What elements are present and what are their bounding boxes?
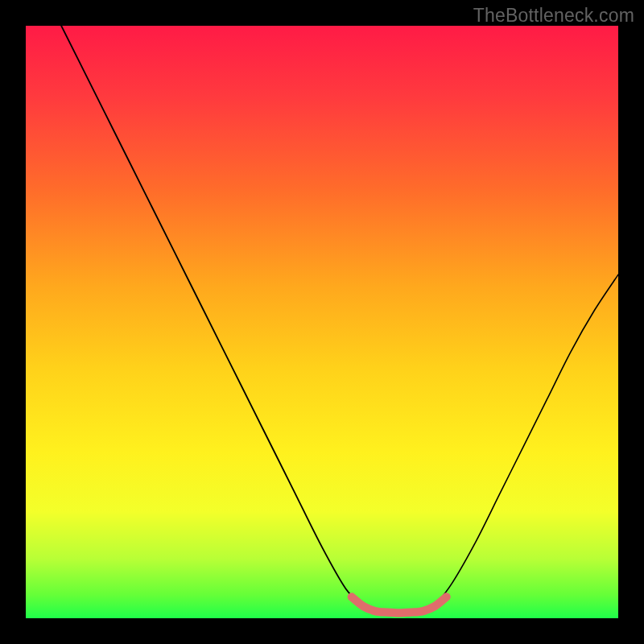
plot-area <box>26 26 618 618</box>
valley-bump-path <box>352 597 447 613</box>
chart-frame: TheBottleneck.com <box>0 0 644 644</box>
right-curve-path <box>435 275 618 606</box>
left-curve-path <box>61 26 363 606</box>
curve-layer <box>26 26 618 618</box>
watermark-label: TheBottleneck.com <box>473 5 634 27</box>
